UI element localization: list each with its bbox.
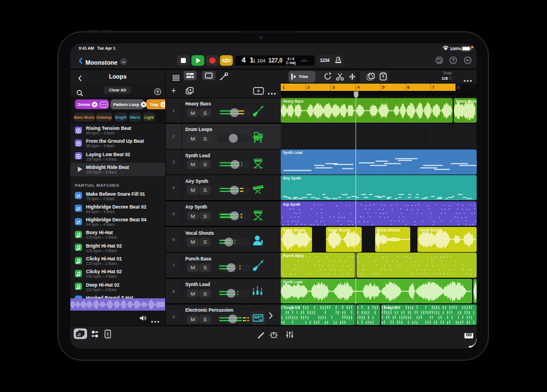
svg-text:?: ? — [452, 57, 454, 63]
svg-text:100%: 100% — [450, 46, 461, 51]
